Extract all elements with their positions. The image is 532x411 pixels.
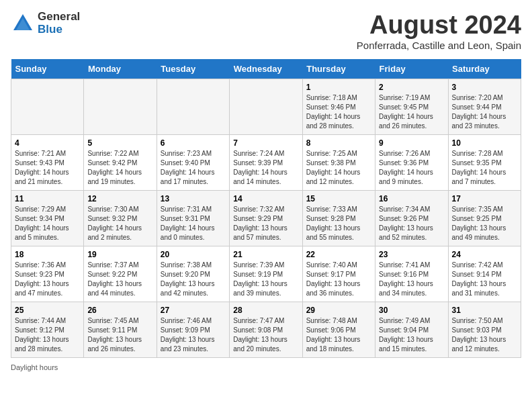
week-row-2: 4Sunrise: 7:21 AM Sunset: 9:43 PM Daylig… bbox=[11, 135, 521, 191]
calendar-cell: 28Sunrise: 7:47 AM Sunset: 9:08 PM Dayli… bbox=[230, 302, 302, 358]
calendar-cell: 20Sunrise: 7:38 AM Sunset: 9:20 PM Dayli… bbox=[157, 246, 229, 302]
day-number: 7 bbox=[233, 138, 298, 148]
calendar-cell: 27Sunrise: 7:46 AM Sunset: 9:09 PM Dayli… bbox=[157, 302, 229, 358]
daylight-hours-label: Daylight hours bbox=[11, 363, 58, 371]
day-info: Sunrise: 7:37 AM Sunset: 9:22 PM Dayligh… bbox=[87, 261, 152, 298]
logo: General Blue bbox=[11, 11, 80, 36]
header: General Blue August 2024 Ponferrada, Cas… bbox=[11, 11, 521, 51]
day-info: Sunrise: 7:48 AM Sunset: 9:06 PM Dayligh… bbox=[306, 316, 371, 354]
day-info: Sunrise: 7:20 AM Sunset: 9:44 PM Dayligh… bbox=[452, 93, 517, 131]
day-info: Sunrise: 7:22 AM Sunset: 9:42 PM Dayligh… bbox=[87, 149, 152, 187]
day-number: 28 bbox=[233, 306, 298, 315]
day-number: 31 bbox=[452, 306, 517, 315]
calendar-cell: 11Sunrise: 7:29 AM Sunset: 9:34 PM Dayli… bbox=[11, 191, 84, 246]
calendar-cell: 7Sunrise: 7:24 AM Sunset: 9:39 PM Daylig… bbox=[230, 135, 302, 191]
day-number: 11 bbox=[15, 194, 80, 203]
day-info: Sunrise: 7:28 AM Sunset: 9:35 PM Dayligh… bbox=[452, 149, 517, 187]
calendar-cell: 13Sunrise: 7:31 AM Sunset: 9:31 PM Dayli… bbox=[157, 191, 229, 246]
calendar-cell: 21Sunrise: 7:39 AM Sunset: 9:19 PM Dayli… bbox=[230, 246, 302, 302]
calendar-cell: 12Sunrise: 7:30 AM Sunset: 9:32 PM Dayli… bbox=[84, 191, 157, 246]
day-header-tuesday: Tuesday bbox=[157, 59, 229, 79]
day-number: 19 bbox=[87, 250, 152, 259]
day-header-thursday: Thursday bbox=[302, 59, 375, 79]
day-number: 22 bbox=[306, 250, 371, 259]
day-info: Sunrise: 7:46 AM Sunset: 9:09 PM Dayligh… bbox=[161, 316, 226, 354]
day-number: 18 bbox=[15, 250, 80, 259]
day-info: Sunrise: 7:40 AM Sunset: 9:17 PM Dayligh… bbox=[306, 261, 371, 298]
day-number: 23 bbox=[379, 250, 444, 259]
day-info: Sunrise: 7:30 AM Sunset: 9:32 PM Dayligh… bbox=[87, 205, 152, 242]
day-info: Sunrise: 7:45 AM Sunset: 9:11 PM Dayligh… bbox=[87, 316, 152, 354]
day-number: 20 bbox=[161, 250, 226, 259]
calendar-cell: 25Sunrise: 7:44 AM Sunset: 9:12 PM Dayli… bbox=[11, 302, 84, 358]
day-info: Sunrise: 7:36 AM Sunset: 9:23 PM Dayligh… bbox=[15, 261, 80, 298]
day-info: Sunrise: 7:33 AM Sunset: 9:28 PM Dayligh… bbox=[306, 205, 371, 242]
day-info: Sunrise: 7:31 AM Sunset: 9:31 PM Dayligh… bbox=[161, 205, 226, 242]
day-info: Sunrise: 7:42 AM Sunset: 9:14 PM Dayligh… bbox=[452, 261, 517, 298]
day-info: Sunrise: 7:39 AM Sunset: 9:19 PM Dayligh… bbox=[233, 261, 298, 298]
week-row-4: 18Sunrise: 7:36 AM Sunset: 9:23 PM Dayli… bbox=[11, 246, 521, 302]
day-number: 26 bbox=[87, 306, 152, 315]
day-info: Sunrise: 7:49 AM Sunset: 9:04 PM Dayligh… bbox=[379, 316, 444, 354]
calendar-cell: 26Sunrise: 7:45 AM Sunset: 9:11 PM Dayli… bbox=[84, 302, 157, 358]
calendar-location: Ponferrada, Castille and Leon, Spain bbox=[357, 40, 521, 51]
day-info: Sunrise: 7:38 AM Sunset: 9:20 PM Dayligh… bbox=[161, 261, 226, 298]
day-info: Sunrise: 7:26 AM Sunset: 9:36 PM Dayligh… bbox=[379, 149, 444, 187]
calendar-cell: 15Sunrise: 7:33 AM Sunset: 9:28 PM Dayli… bbox=[302, 191, 375, 246]
days-header-row: SundayMondayTuesdayWednesdayThursdayFrid… bbox=[11, 59, 521, 79]
day-number: 15 bbox=[306, 194, 371, 203]
day-info: Sunrise: 7:21 AM Sunset: 9:43 PM Dayligh… bbox=[15, 149, 80, 187]
week-row-5: 25Sunrise: 7:44 AM Sunset: 9:12 PM Dayli… bbox=[11, 302, 521, 358]
day-number: 25 bbox=[15, 306, 80, 315]
calendar-cell: 9Sunrise: 7:26 AM Sunset: 9:36 PM Daylig… bbox=[375, 135, 448, 191]
day-info: Sunrise: 7:35 AM Sunset: 9:25 PM Dayligh… bbox=[452, 205, 517, 242]
calendar-cell: 6Sunrise: 7:23 AM Sunset: 9:40 PM Daylig… bbox=[157, 135, 229, 191]
day-number: 27 bbox=[161, 306, 226, 315]
calendar-cell: 17Sunrise: 7:35 AM Sunset: 9:25 PM Dayli… bbox=[448, 191, 521, 246]
day-info: Sunrise: 7:41 AM Sunset: 9:16 PM Dayligh… bbox=[379, 261, 444, 298]
day-info: Sunrise: 7:23 AM Sunset: 9:40 PM Dayligh… bbox=[161, 149, 226, 187]
calendar-title: August 2024 bbox=[357, 11, 521, 40]
calendar-cell: 29Sunrise: 7:48 AM Sunset: 9:06 PM Dayli… bbox=[302, 302, 375, 358]
calendar-cell: 30Sunrise: 7:49 AM Sunset: 9:04 PM Dayli… bbox=[375, 302, 448, 358]
calendar-cell: 5Sunrise: 7:22 AM Sunset: 9:42 PM Daylig… bbox=[84, 135, 157, 191]
calendar-cell: 1Sunrise: 7:18 AM Sunset: 9:46 PM Daylig… bbox=[302, 79, 375, 135]
calendar-cell: 10Sunrise: 7:28 AM Sunset: 9:35 PM Dayli… bbox=[448, 135, 521, 191]
calendar-cell: 24Sunrise: 7:42 AM Sunset: 9:14 PM Dayli… bbox=[448, 246, 521, 302]
calendar-cell: 4Sunrise: 7:21 AM Sunset: 9:43 PM Daylig… bbox=[11, 135, 84, 191]
logo-blue-text: Blue bbox=[38, 24, 80, 36]
logo-general-text: General bbox=[38, 11, 80, 24]
day-number: 6 bbox=[161, 138, 226, 148]
day-number: 30 bbox=[379, 306, 444, 315]
day-number: 13 bbox=[161, 194, 226, 203]
calendar-cell: 22Sunrise: 7:40 AM Sunset: 9:17 PM Dayli… bbox=[302, 246, 375, 302]
calendar-cell: 19Sunrise: 7:37 AM Sunset: 9:22 PM Dayli… bbox=[84, 246, 157, 302]
logo-icon bbox=[11, 11, 35, 36]
day-header-monday: Monday bbox=[84, 59, 157, 79]
day-header-saturday: Saturday bbox=[448, 59, 521, 79]
week-row-1: 1Sunrise: 7:18 AM Sunset: 9:46 PM Daylig… bbox=[11, 79, 521, 135]
calendar-cell bbox=[157, 79, 229, 135]
calendar-cell: 8Sunrise: 7:25 AM Sunset: 9:38 PM Daylig… bbox=[302, 135, 375, 191]
day-info: Sunrise: 7:29 AM Sunset: 9:34 PM Dayligh… bbox=[15, 205, 80, 242]
day-number: 12 bbox=[87, 194, 152, 203]
week-row-3: 11Sunrise: 7:29 AM Sunset: 9:34 PM Dayli… bbox=[11, 191, 521, 246]
day-number: 9 bbox=[379, 138, 444, 148]
day-number: 21 bbox=[233, 250, 298, 259]
calendar-cell: 16Sunrise: 7:34 AM Sunset: 9:26 PM Dayli… bbox=[375, 191, 448, 246]
calendar-cell: 23Sunrise: 7:41 AM Sunset: 9:16 PM Dayli… bbox=[375, 246, 448, 302]
day-number: 4 bbox=[15, 138, 80, 148]
day-header-friday: Friday bbox=[375, 59, 448, 79]
day-header-wednesday: Wednesday bbox=[230, 59, 302, 79]
footer-note: Daylight hours bbox=[11, 363, 521, 371]
day-number: 3 bbox=[452, 83, 517, 92]
day-info: Sunrise: 7:18 AM Sunset: 9:46 PM Dayligh… bbox=[306, 93, 371, 131]
calendar-cell bbox=[11, 79, 84, 135]
title-block: August 2024 Ponferrada, Castille and Leo… bbox=[357, 11, 521, 51]
day-info: Sunrise: 7:47 AM Sunset: 9:08 PM Dayligh… bbox=[233, 316, 298, 354]
calendar-cell bbox=[230, 79, 302, 135]
day-number: 29 bbox=[306, 306, 371, 315]
calendar-cell: 14Sunrise: 7:32 AM Sunset: 9:29 PM Dayli… bbox=[230, 191, 302, 246]
day-number: 2 bbox=[379, 83, 444, 92]
day-number: 10 bbox=[452, 138, 517, 148]
